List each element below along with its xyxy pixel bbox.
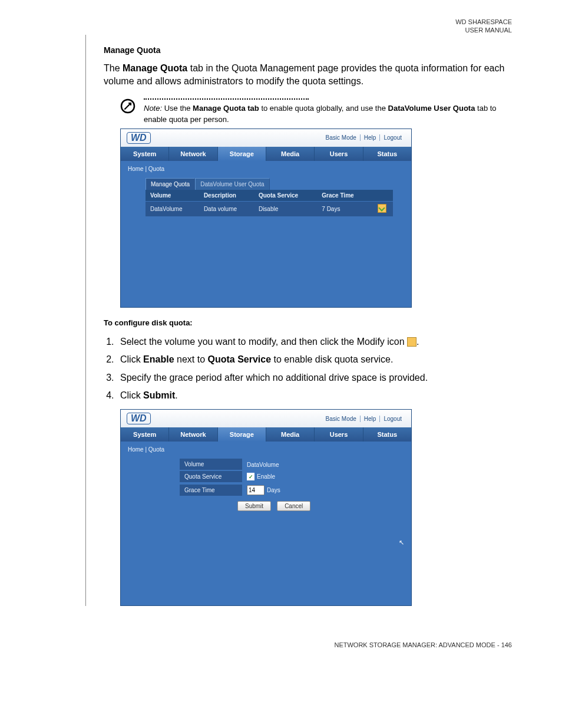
- nav-users[interactable]: Users: [315, 147, 363, 161]
- enable-label: Enable: [257, 473, 275, 480]
- note-a: Use the: [162, 104, 193, 113]
- screenshot-manage-quota: WD Basic ModeHelpLogout System Network S…: [120, 129, 412, 308]
- grace-time-input[interactable]: [247, 485, 265, 495]
- note-text: Note: Use the Manage Quota tab to enable…: [144, 103, 512, 124]
- form-label-volume: Volume: [180, 459, 242, 470]
- configure-heading: To configure disk quota:: [104, 318, 512, 327]
- link-help[interactable]: Help: [361, 416, 381, 422]
- nav-storage[interactable]: Storage: [218, 427, 266, 442]
- col-volume: Volume: [146, 190, 199, 202]
- nav-users[interactable]: Users: [315, 427, 363, 442]
- step-3: Specify the grace period after which no …: [117, 369, 512, 387]
- cell-volume: DataVolume: [146, 201, 199, 216]
- section-title: Manage Quota: [104, 45, 512, 55]
- note-d: DataVolume User Quota: [388, 104, 475, 113]
- cursor-icon: ↖: [399, 539, 404, 546]
- enable-checkbox[interactable]: ✓: [247, 473, 254, 480]
- col-quota-service: Quota Service: [254, 190, 317, 202]
- step-4b: Submit: [143, 390, 175, 400]
- link-logout[interactable]: Logout: [380, 416, 405, 422]
- nav-status[interactable]: Status: [363, 427, 411, 442]
- note-c: to enable quota globally, and use the: [259, 104, 388, 113]
- nav-network[interactable]: Network: [169, 427, 217, 442]
- nav-system[interactable]: System: [121, 427, 169, 442]
- modify-icon[interactable]: [378, 204, 386, 213]
- link-basic-mode[interactable]: Basic Mode: [322, 416, 361, 422]
- main-nav: System Network Storage Media Users Statu…: [121, 427, 411, 442]
- nav-network[interactable]: Network: [169, 147, 217, 161]
- days-label: Days: [267, 487, 280, 493]
- doc-header: WD SHARESPACE USER MANUAL: [50, 18, 512, 35]
- cell-grace-time: 7 Days: [317, 201, 371, 216]
- submit-button[interactable]: Submit: [237, 501, 271, 511]
- cell-quota-service: Disable: [254, 201, 317, 216]
- col-description: Description: [199, 190, 254, 202]
- step-2: Click Enable next to Quota Service to en…: [117, 351, 512, 368]
- intro-text-b: Manage Quota: [123, 63, 187, 73]
- page-footer: NETWORK STORAGE MANAGER: ADVANCED MODE -…: [50, 641, 512, 648]
- step-1-text: Select the volume you want to modify, an…: [120, 337, 407, 347]
- link-help[interactable]: Help: [361, 134, 381, 141]
- modify-icon-inline: [407, 337, 416, 347]
- step-4: Click Submit.: [117, 387, 512, 404]
- form-value-volume: DataVolume: [242, 459, 283, 470]
- nav-system[interactable]: System: [121, 147, 169, 161]
- wd-logo: WD: [127, 413, 151, 424]
- nav-media[interactable]: Media: [266, 147, 315, 161]
- cancel-button[interactable]: Cancel: [277, 501, 310, 511]
- step-1: Select the volume you want to modify, an…: [117, 333, 512, 351]
- intro-text-a: The: [104, 63, 123, 73]
- steps-list: Select the volume you want to modify, an…: [104, 333, 512, 405]
- step-2c: next to: [174, 354, 208, 364]
- step-2e: to enable disk quota service.: [271, 354, 393, 364]
- form-label-quota-service: Quota Service: [180, 471, 242, 483]
- quota-table: Volume Description Quota Service Grace T…: [146, 190, 393, 217]
- step-2b: Enable: [143, 354, 174, 364]
- nav-media[interactable]: Media: [266, 427, 315, 442]
- link-logout[interactable]: Logout: [380, 134, 405, 141]
- step-4a: Click: [120, 390, 143, 400]
- link-basic-mode[interactable]: Basic Mode: [322, 134, 361, 141]
- note-b: Manage Quota tab: [193, 104, 259, 113]
- note-label: Note:: [144, 104, 162, 113]
- form-label-grace-time: Grace Time: [180, 485, 242, 496]
- breadcrumb: Home | Quota: [128, 166, 404, 172]
- note-divider: [144, 98, 309, 100]
- col-grace-time: Grace Time: [317, 190, 371, 202]
- main-nav: System Network Storage Media Users Statu…: [121, 147, 411, 161]
- step-2d: Quota Service: [208, 354, 272, 364]
- note-icon: [120, 98, 135, 114]
- step-1-end: .: [416, 337, 419, 347]
- doc-header-line1: WD SHARESPACE: [50, 18, 512, 26]
- nav-storage[interactable]: Storage: [218, 147, 266, 161]
- tab-datavolume-user-quota[interactable]: DataVolume User Quota: [195, 178, 269, 190]
- table-row[interactable]: DataVolume Data volume Disable 7 Days: [146, 201, 393, 216]
- step-4c: .: [175, 390, 177, 400]
- breadcrumb: Home | Quota: [128, 446, 404, 453]
- doc-header-line2: USER MANUAL: [50, 26, 512, 34]
- tab-manage-quota[interactable]: Manage Quota: [146, 178, 195, 190]
- nav-status[interactable]: Status: [363, 147, 411, 161]
- screenshot-edit-quota: WD Basic ModeHelpLogout System Network S…: [120, 409, 412, 606]
- cell-description: Data volume: [199, 201, 254, 216]
- intro-paragraph: The Manage Quota tab in the Quota Manage…: [104, 62, 512, 88]
- wd-logo: WD: [127, 132, 151, 144]
- step-2a: Click: [120, 354, 143, 364]
